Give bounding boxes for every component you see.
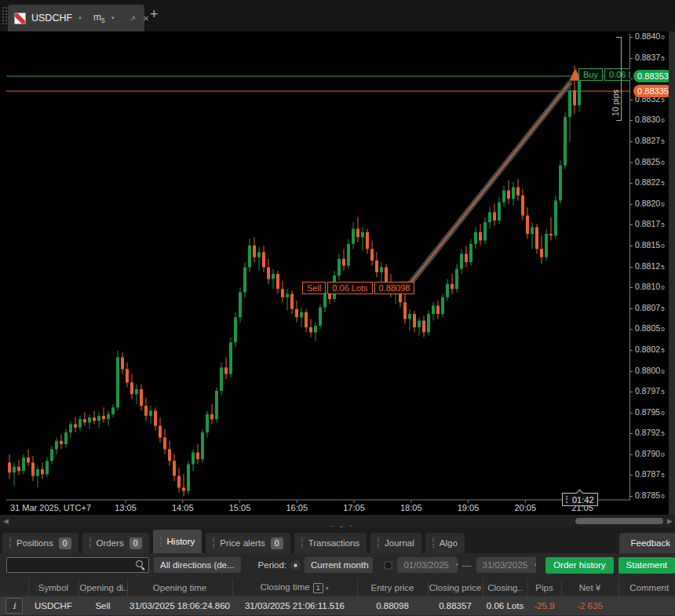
scroll-right-icon[interactable]: ▶ — [667, 517, 673, 525]
search-icon — [134, 559, 147, 571]
col-closing-volume[interactable]: Closing.. — [483, 579, 527, 596]
price-tick-label: 0.88225 — [635, 177, 665, 188]
tab-drag-grip[interactable] — [2, 7, 7, 24]
tab-positions[interactable]: Positions 0 — [2, 533, 78, 553]
timeframe-selector[interactable]: m5 — [93, 12, 105, 24]
buy-close-label[interactable]: Buy 0.06 Lots 0.88357 — [578, 68, 630, 81]
cell-closing-volume: 0.06 Lots — [483, 596, 527, 615]
price-axis[interactable]: 0.884000.883750.883500.883250.883000.882… — [630, 31, 669, 515]
col-comment[interactable]: Comment — [618, 579, 675, 596]
custom-range-radio[interactable] — [384, 561, 392, 570]
symbol-dropdown-caret-icon[interactable]: ▼ — [78, 16, 82, 20]
search-input[interactable] — [7, 560, 134, 570]
col-closing-time[interactable]: Closing time1▼ — [232, 579, 357, 596]
price-tick-label: 0.88125 — [635, 261, 665, 272]
price-tick-label: 0.87850 — [635, 490, 665, 501]
price-tick-label: 0.88250 — [635, 157, 665, 168]
history-filter-bar: All directions (de... ▼ Period: Current … — [0, 553, 675, 577]
date-from-picker[interactable]: 01/03/2025 ▼ — [397, 557, 458, 573]
trade-direction-arrow[interactable] — [400, 68, 582, 291]
ctrader-app: { "icons": { "caret_down": "▼", "plus": … — [0, 0, 675, 616]
price-tick-label: 0.87900 — [635, 449, 665, 460]
col-entry-price[interactable]: Entry price — [357, 579, 428, 596]
price-tick-label: 0.88075 — [635, 303, 665, 314]
price-tick-label: 0.88025 — [635, 344, 665, 355]
chart-tab-usdchf[interactable]: USDCHF ▼ m5 ▼ ↗ × — [8, 5, 144, 31]
close-tab-icon[interactable]: × — [143, 13, 149, 24]
price-tick-label: 0.88300 — [635, 115, 665, 126]
cell-closing-time: 31/03/2025 21:06:11.516 — [232, 596, 357, 615]
scroll-left-icon[interactable]: ◀ — [3, 517, 9, 525]
time-tick-label: 19:05 — [458, 503, 480, 512]
history-row[interactable]: i USDCHF Sell 31/03/2025 18:06:24.860 31… — [0, 596, 675, 615]
time-tick-label: 20:05 — [514, 503, 536, 512]
bar-countdown-timer[interactable]: 01:42 — [562, 493, 598, 506]
cell-symbol: USDCHF — [28, 596, 78, 615]
cell-pips: -25.9 — [527, 596, 561, 615]
order-history-button[interactable]: Order history — [545, 557, 613, 574]
tab-symbol-label: USDCHF — [31, 13, 72, 24]
sell-position-label[interactable]: Sell 0.06 Lots 0.88098 — [302, 282, 414, 294]
feedback-tab[interactable]: Feedback — [619, 533, 675, 553]
col-net[interactable]: Net ¥ — [561, 579, 618, 596]
countdown-value: 01:42 — [572, 495, 594, 505]
period-dropdown[interactable]: Current month ▼ — [305, 557, 373, 573]
chart-plot[interactable]: 31 Mar 2025, UTC+713:0514:0515:0516:0517… — [6, 31, 630, 515]
scrollbar-thumb[interactable] — [575, 518, 663, 524]
time-tick-label: 13:05 — [115, 503, 137, 512]
price-tick-label: 0.87875 — [635, 469, 665, 480]
time-tick-label: 17:05 — [343, 503, 365, 512]
timeframe-dropdown-caret-icon[interactable]: ▼ — [111, 16, 115, 20]
col-opening-time[interactable]: Opening time — [127, 579, 232, 596]
chevron-down-icon: ▼ — [534, 563, 536, 567]
col-pips[interactable]: Pips — [527, 579, 561, 596]
col-opening-direction[interactable]: Opening di.. — [78, 579, 127, 596]
history-header-row: Symbol Opening di.. Opening time Closing… — [0, 579, 675, 596]
history-search-box[interactable] — [6, 557, 149, 573]
time-tick-label: 15:05 — [229, 503, 251, 512]
positions-count-badge: 0 — [59, 538, 71, 549]
tab-transactions[interactable]: Transactions — [294, 533, 367, 553]
time-tick-label: 14:05 — [172, 503, 194, 512]
price-tick-label: 0.88325 — [635, 94, 665, 105]
tab-algo[interactable]: Algo — [425, 533, 465, 553]
price-tick-label: 0.88275 — [635, 136, 665, 147]
symbol-flag-icon — [14, 13, 26, 24]
countdown-drag-grip[interactable] — [566, 496, 569, 503]
tab-orders[interactable]: Orders 0 — [82, 533, 149, 553]
tab-journal[interactable]: Journal — [370, 533, 421, 553]
cell-net: -2 635 — [561, 596, 618, 615]
candles — [8, 65, 581, 496]
info-icon[interactable]: i — [5, 598, 23, 614]
cell-comment — [618, 596, 675, 615]
price-tick-label: 0.88000 — [635, 366, 665, 377]
direction-filter-dropdown[interactable]: All directions (de... ▼ — [154, 557, 241, 573]
new-chart-tab-button[interactable]: + — [150, 6, 159, 23]
price-tick-label: 0.87950 — [635, 407, 665, 418]
chart-area[interactable]: 31 Mar 2025, UTC+713:0514:0515:0516:0517… — [0, 31, 675, 515]
date-to-picker[interactable]: 31/03/2025 ▼ — [476, 557, 537, 573]
price-alerts-count-badge: 0 — [271, 538, 283, 549]
time-tick-label: 18:05 — [400, 503, 422, 512]
sell-price-label: 0.88098 — [374, 282, 415, 294]
price-tick-label: 0.88100 — [635, 282, 665, 293]
price-tick-label: 0.88175 — [635, 219, 665, 230]
price-tick-label: 0.88350 — [635, 73, 665, 84]
tab-history[interactable]: History — [153, 530, 202, 553]
panel-tab-strip: Positions 0 Orders 0 History Price alert… — [0, 527, 675, 553]
candlestick-chart: 31 Mar 2025, UTC+713:0514:0515:0516:0517… — [6, 31, 630, 515]
chart-date-label: 31 Mar 2025, UTC+7 — [10, 503, 91, 512]
cell-direction: Sell — [78, 596, 127, 615]
col-symbol[interactable]: Symbol — [28, 579, 78, 596]
col-closing-price[interactable]: Closing price — [428, 579, 483, 596]
cell-closing-price: 0.88357 — [428, 596, 483, 615]
price-tick-label: 0.87975 — [635, 386, 665, 397]
statement-button[interactable]: Statement — [618, 557, 675, 574]
tab-price-alerts[interactable]: Price alerts 0 — [206, 533, 290, 553]
price-tick-label: 0.88050 — [635, 323, 665, 334]
period-preset-radio[interactable] — [291, 561, 300, 570]
popout-chart-icon[interactable]: ↗ — [130, 14, 136, 23]
chevron-down-icon: ▼ — [455, 563, 458, 567]
cell-entry-price: 0.88098 — [357, 596, 428, 615]
history-table: Symbol Opening di.. Opening time Closing… — [0, 579, 675, 615]
